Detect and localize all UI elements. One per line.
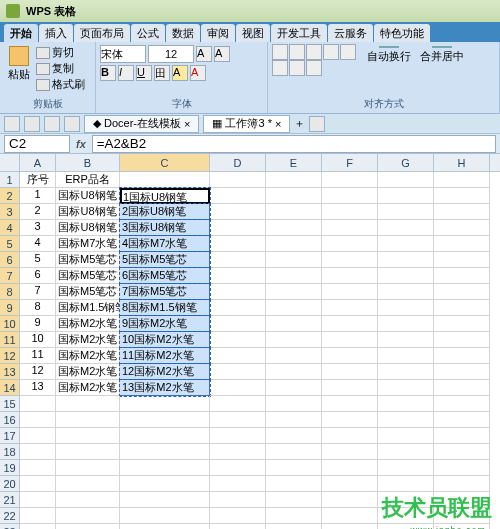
col-header-G[interactable]: G bbox=[378, 154, 434, 172]
cell-empty[interactable] bbox=[210, 524, 266, 529]
new-tab-button[interactable]: ＋ bbox=[294, 116, 305, 131]
row-header-5[interactable]: 5 bbox=[0, 236, 20, 252]
cell-empty[interactable] bbox=[322, 476, 378, 492]
row-header-21[interactable]: 21 bbox=[0, 492, 20, 508]
cell-A5[interactable]: 4 bbox=[20, 236, 56, 252]
cell-B5[interactable]: 国标M7水笔 bbox=[56, 236, 120, 252]
cell-B6[interactable]: 国标M5笔芯 bbox=[56, 252, 120, 268]
workbook-tab-3[interactable]: ▦工作簿3 *× bbox=[203, 115, 290, 133]
qat-redo-icon[interactable] bbox=[44, 116, 60, 132]
tab-layout[interactable]: 页面布局 bbox=[74, 24, 130, 42]
cell-empty[interactable] bbox=[266, 524, 322, 529]
tab-cloud[interactable]: 云服务 bbox=[328, 24, 373, 42]
cell-A4[interactable]: 3 bbox=[20, 220, 56, 236]
row-header-19[interactable]: 19 bbox=[0, 460, 20, 476]
formula-input[interactable] bbox=[92, 135, 496, 153]
cell-empty[interactable] bbox=[20, 396, 56, 412]
cell-empty[interactable] bbox=[434, 412, 490, 428]
cell-empty[interactable] bbox=[56, 524, 120, 529]
cell-A1[interactable]: 序号 bbox=[20, 172, 56, 188]
cell-empty[interactable] bbox=[266, 428, 322, 444]
row-header-6[interactable]: 6 bbox=[0, 252, 20, 268]
indent-dec-icon[interactable] bbox=[323, 44, 339, 60]
cell-B7[interactable]: 国标M5笔芯 bbox=[56, 268, 120, 284]
cell-empty[interactable] bbox=[210, 428, 266, 444]
cell-empty[interactable] bbox=[266, 396, 322, 412]
cell-empty[interactable] bbox=[20, 428, 56, 444]
tab-list-icon[interactable] bbox=[309, 116, 325, 132]
workbook-tab-docer[interactable]: ◆Docer-在线模板× bbox=[84, 115, 199, 133]
cell-C14[interactable]: 13国标M2水笔 bbox=[120, 380, 210, 396]
row-header-4[interactable]: 4 bbox=[0, 220, 20, 236]
cell-C1[interactable] bbox=[120, 172, 210, 188]
tab-formula[interactable]: 公式 bbox=[131, 24, 165, 42]
qat-save-icon[interactable] bbox=[4, 116, 20, 132]
cell-A13[interactable]: 12 bbox=[20, 364, 56, 380]
cell-empty[interactable] bbox=[120, 444, 210, 460]
cell-empty[interactable] bbox=[322, 412, 378, 428]
cell-B10[interactable]: 国标M2水笔 bbox=[56, 316, 120, 332]
border-icon[interactable]: 田 bbox=[154, 65, 170, 81]
cell-A8[interactable]: 7 bbox=[20, 284, 56, 300]
indent-inc-icon[interactable] bbox=[340, 44, 356, 60]
cell-A9[interactable]: 8 bbox=[20, 300, 56, 316]
align-bottom-icon[interactable] bbox=[306, 44, 322, 60]
cell-B13[interactable]: 国标M2水笔 bbox=[56, 364, 120, 380]
row-header-9[interactable]: 9 bbox=[0, 300, 20, 316]
tab-developer[interactable]: 开发工具 bbox=[271, 24, 327, 42]
cell-empty[interactable] bbox=[20, 444, 56, 460]
tab-review[interactable]: 审阅 bbox=[201, 24, 235, 42]
cell-empty[interactable] bbox=[266, 444, 322, 460]
tab-data[interactable]: 数据 bbox=[166, 24, 200, 42]
merge-button[interactable]: 合并居中 bbox=[416, 44, 468, 60]
cell-empty[interactable] bbox=[56, 412, 120, 428]
bold-icon[interactable]: B bbox=[100, 65, 116, 81]
spreadsheet-grid[interactable]: ABCDEFGH1 序号 ERP品名 2 1 国标U8钢笔 1国标U8钢笔 3 … bbox=[0, 154, 500, 529]
cell-C11[interactable]: 10国标M2水笔 bbox=[120, 332, 210, 348]
cell-C6[interactable]: 5国标M5笔芯 bbox=[120, 252, 210, 268]
cell-empty[interactable] bbox=[378, 460, 434, 476]
cell-empty[interactable] bbox=[120, 492, 210, 508]
cell-empty[interactable] bbox=[322, 524, 378, 529]
cell-empty[interactable] bbox=[434, 444, 490, 460]
font-size-input[interactable] bbox=[148, 45, 194, 63]
cell-B2[interactable]: 国标U8钢笔 bbox=[56, 188, 120, 204]
close-icon[interactable]: × bbox=[275, 118, 281, 130]
cell-empty[interactable] bbox=[120, 476, 210, 492]
cell-empty[interactable] bbox=[20, 460, 56, 476]
fx-icon[interactable]: fx bbox=[76, 138, 86, 150]
cell-empty[interactable] bbox=[266, 476, 322, 492]
qat-print-icon[interactable] bbox=[64, 116, 80, 132]
row-header-13[interactable]: 13 bbox=[0, 364, 20, 380]
font-name-input[interactable] bbox=[100, 45, 146, 63]
cell-empty[interactable] bbox=[266, 492, 322, 508]
cell-empty[interactable] bbox=[56, 460, 120, 476]
cell-empty[interactable] bbox=[56, 396, 120, 412]
cell-A11[interactable]: 10 bbox=[20, 332, 56, 348]
col-header-H[interactable]: H bbox=[434, 154, 490, 172]
cell-empty[interactable] bbox=[434, 476, 490, 492]
align-center-icon[interactable] bbox=[289, 60, 305, 76]
row-header-10[interactable]: 10 bbox=[0, 316, 20, 332]
cell-empty[interactable] bbox=[322, 444, 378, 460]
qat-undo-icon[interactable] bbox=[24, 116, 40, 132]
cell-empty[interactable] bbox=[266, 412, 322, 428]
cell-B3[interactable]: 国标U8钢笔 bbox=[56, 204, 120, 220]
font-color-icon[interactable]: A bbox=[190, 65, 206, 81]
cell-B8[interactable]: 国标M5笔芯 bbox=[56, 284, 120, 300]
decrease-font-icon[interactable]: A bbox=[214, 46, 230, 62]
tab-special[interactable]: 特色功能 bbox=[374, 24, 430, 42]
row-header-23[interactable]: 23 bbox=[0, 524, 20, 529]
align-mid-icon[interactable] bbox=[289, 44, 305, 60]
cell-empty[interactable] bbox=[210, 508, 266, 524]
cell-empty[interactable] bbox=[210, 444, 266, 460]
cell-empty[interactable] bbox=[266, 460, 322, 476]
cell-empty[interactable] bbox=[120, 460, 210, 476]
tab-view[interactable]: 视图 bbox=[236, 24, 270, 42]
cell-C7[interactable]: 6国标M5笔芯 bbox=[120, 268, 210, 284]
cell-empty[interactable] bbox=[20, 524, 56, 529]
cell-C5[interactable]: 4国标M7水笔 bbox=[120, 236, 210, 252]
cell-A2[interactable]: 1 bbox=[20, 188, 56, 204]
cell-empty[interactable] bbox=[120, 428, 210, 444]
cell-B1[interactable]: ERP品名 bbox=[56, 172, 120, 188]
